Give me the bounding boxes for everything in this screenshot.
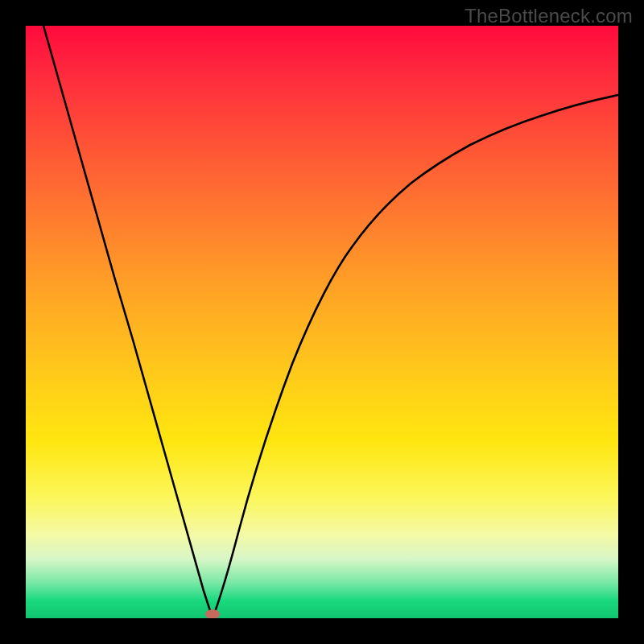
minimum-point-marker bbox=[205, 609, 220, 618]
bottleneck-curve bbox=[26, 26, 618, 618]
chart-plot-area bbox=[26, 26, 618, 618]
curve-left-branch bbox=[43, 26, 213, 618]
curve-right-branch bbox=[213, 95, 618, 618]
watermark-text: TheBottleneck.com bbox=[464, 5, 633, 27]
chart-frame: TheBottleneck.com bbox=[0, 0, 644, 644]
